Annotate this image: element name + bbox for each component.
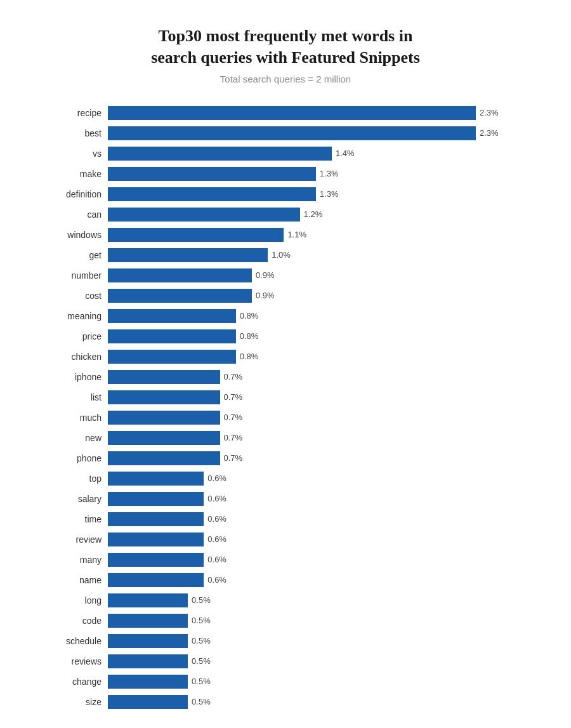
bar-track: 0.6% <box>108 573 533 587</box>
bar-row: recipe2.3% <box>38 103 533 122</box>
bar-label: salary <box>38 494 108 504</box>
bar-fill <box>108 167 316 181</box>
bar-track: 0.7% <box>108 370 533 384</box>
bar-label: price <box>38 331 108 341</box>
bar-row: number0.9% <box>38 266 533 285</box>
bar-value: 1.1% <box>287 230 306 239</box>
bar-track: 2.3% <box>108 126 533 140</box>
bar-row: change0.5% <box>38 672 533 691</box>
bar-track: 1.4% <box>108 147 533 161</box>
bar-value: 0.5% <box>192 636 211 645</box>
bar-track: 0.5% <box>108 614 533 628</box>
bar-track: 0.6% <box>108 472 533 486</box>
bar-row: chicken0.8% <box>38 347 533 366</box>
bar-fill <box>108 228 284 242</box>
bar-value: 0.6% <box>207 494 226 503</box>
bar-row: can1.2% <box>38 205 533 224</box>
bar-value: 2.3% <box>480 128 499 138</box>
bar-track: 0.6% <box>108 492 533 506</box>
bar-track: 0.7% <box>108 431 533 445</box>
bar-label: size <box>38 697 108 707</box>
bar-fill <box>108 695 188 709</box>
bar-label: phone <box>38 453 108 463</box>
bar-value: 1.0% <box>272 250 291 260</box>
bar-fill <box>108 492 204 506</box>
chart-subtitle: Total search queries = 2 million <box>38 74 533 84</box>
bar-label: make <box>38 169 108 179</box>
bar-track: 0.5% <box>108 695 533 709</box>
bar-value: 0.6% <box>207 555 226 564</box>
bar-value: 2.3% <box>480 108 499 117</box>
bar-fill <box>108 248 268 262</box>
bar-value: 0.5% <box>192 616 211 625</box>
bar-value: 0.6% <box>207 514 226 524</box>
bar-label: new <box>38 433 108 443</box>
bar-row: review0.6% <box>38 530 533 549</box>
bar-value: 0.5% <box>192 677 211 686</box>
bar-row: new0.7% <box>38 428 533 447</box>
bar-track: 0.7% <box>108 451 533 465</box>
bar-fill <box>108 593 188 607</box>
bar-fill <box>108 431 220 445</box>
bar-fill <box>108 350 236 364</box>
bar-value: 0.7% <box>224 413 243 422</box>
bar-label: many <box>38 555 108 565</box>
bar-label: recipe <box>38 108 108 118</box>
bar-track: 0.5% <box>108 654 533 668</box>
bar-row: price0.8% <box>38 327 533 346</box>
bar-row: many0.6% <box>38 550 533 569</box>
bar-track: 0.9% <box>108 268 533 282</box>
bar-fill <box>108 553 204 567</box>
bar-row: size0.5% <box>38 692 533 711</box>
bar-value: 1.3% <box>320 169 339 178</box>
bar-fill <box>108 289 252 303</box>
bar-track: 0.5% <box>108 593 533 607</box>
bar-track: 0.8% <box>108 329 533 343</box>
bar-fill <box>108 411 220 425</box>
bar-row: time0.6% <box>38 510 533 529</box>
bar-track: 2.3% <box>108 106 533 120</box>
bar-label: definition <box>38 189 108 199</box>
bar-track: 0.5% <box>108 634 533 648</box>
bar-row: much0.7% <box>38 408 533 427</box>
bar-row: salary0.6% <box>38 489 533 508</box>
bar-value: 0.7% <box>224 372 243 381</box>
bar-fill <box>108 573 204 587</box>
bar-label: change <box>38 677 108 687</box>
bar-track: 0.6% <box>108 533 533 546</box>
bar-label: can <box>38 209 108 220</box>
bar-track: 0.5% <box>108 675 533 689</box>
bar-label: long <box>38 595 108 606</box>
bar-fill <box>108 309 236 323</box>
bar-fill <box>108 634 188 648</box>
bar-value: 0.7% <box>224 453 243 463</box>
bar-value: 0.8% <box>240 352 259 361</box>
bar-label: windows <box>38 230 108 240</box>
bar-label: chicken <box>38 352 108 362</box>
bar-label: schedule <box>38 636 108 646</box>
bar-row: name0.6% <box>38 571 533 590</box>
bar-row: best2.3% <box>38 124 533 143</box>
bar-row: top0.6% <box>38 469 533 488</box>
bar-track: 0.8% <box>108 309 533 323</box>
bar-value: 0.9% <box>256 291 275 300</box>
bar-value: 0.8% <box>240 331 259 341</box>
chart-container: Top30 most frequently met words insearch… <box>0 0 571 728</box>
bar-track: 0.9% <box>108 289 533 303</box>
bar-row: code0.5% <box>38 611 533 630</box>
bar-track: 0.8% <box>108 350 533 364</box>
bar-label: reviews <box>38 656 108 666</box>
bar-value: 0.7% <box>224 392 243 402</box>
bar-track: 1.3% <box>108 187 533 201</box>
bar-value: 0.6% <box>207 534 226 544</box>
bar-track: 0.6% <box>108 553 533 567</box>
bar-label: list <box>38 392 108 402</box>
bar-label: review <box>38 534 108 545</box>
bar-track: 0.6% <box>108 512 533 526</box>
bar-fill <box>108 106 476 120</box>
bar-value: 1.2% <box>304 209 323 219</box>
bar-value: 1.4% <box>336 149 355 158</box>
bar-row: list0.7% <box>38 388 533 407</box>
ahrefs-logo: ahrefs <box>520 726 552 728</box>
bar-value: 0.6% <box>207 473 226 483</box>
